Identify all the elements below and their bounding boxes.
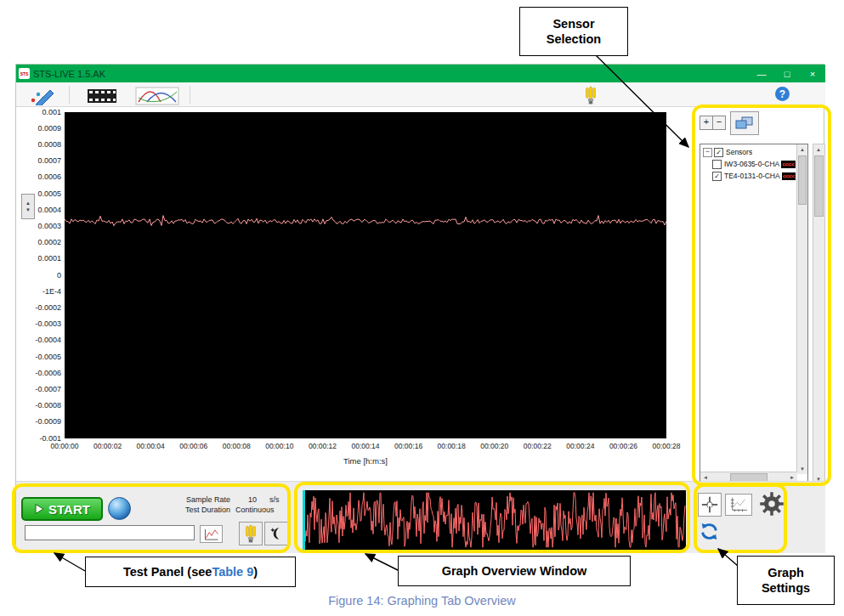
y-axis-tick: -0.0007 — [16, 385, 61, 394]
scroll-up-icon[interactable]: ▲ — [797, 144, 807, 155]
sensor-checkbox[interactable] — [712, 160, 722, 169]
callout-text: Graph — [768, 565, 804, 580]
callout-text: ) — [253, 564, 258, 579]
plot-properties-icon — [28, 87, 55, 105]
y-axis-tick: 0.0007 — [16, 156, 61, 166]
y-axis-tick: 0 — [16, 271, 61, 280]
signal-indicator-icon: <<<< — [782, 172, 796, 180]
night-mode-button[interactable] — [264, 522, 288, 545]
close-button[interactable]: × — [800, 65, 825, 82]
y-axis-tick: 0.0002 — [16, 238, 61, 247]
connection-globe-button[interactable] — [108, 497, 131, 520]
app-logo-icon: STS — [19, 68, 30, 79]
test-name-input[interactable] — [25, 525, 195, 540]
y-axis-tick: 0.001 — [16, 108, 61, 117]
axis-scale-button[interactable] — [725, 494, 752, 516]
tree-expander-icon[interactable]: − — [703, 148, 712, 157]
sensor-tree-row[interactable]: IW3-0635-0-CHA<<<< — [702, 159, 806, 169]
y-axis-tick: -0.0006 — [16, 369, 61, 378]
sensor-label: TE4-0131-0-CHA — [724, 172, 780, 180]
y-axis-tick: -0.0005 — [16, 353, 61, 362]
main-graph-plot-area[interactable] — [65, 112, 666, 438]
y-axis-tick: 0.0006 — [16, 172, 61, 182]
y-axis-tick: -0.0003 — [16, 319, 61, 329]
scrollbar-thumb[interactable] — [798, 155, 807, 205]
y-axis-tick: -0.0008 — [16, 401, 61, 410]
bottom-panel: START Sample Rate 10 s/s Test Duration C… — [16, 481, 825, 553]
remove-graph-button[interactable]: − — [712, 116, 726, 130]
play-icon — [34, 503, 45, 515]
graph-curves-icon — [135, 87, 179, 105]
graphing-tab-button[interactable] — [130, 85, 184, 106]
overview-arrow — [365, 554, 398, 570]
y-axis-pan-spinner[interactable]: ▲ ▼ — [21, 194, 35, 219]
scroll-up-icon[interactable]: ▲ — [813, 144, 824, 155]
toolbar-separator — [69, 86, 70, 104]
graph-settings-button[interactable] — [759, 491, 785, 520]
sensor-tree-rows: −✓SensorsIW3-0635-0-CHA<<<<✓TE4-0131-0-C… — [700, 144, 807, 182]
spinner-down-icon[interactable]: ▼ — [25, 206, 31, 213]
sample-rate-unit: s/s — [269, 495, 288, 504]
add-graph-button[interactable]: + — [700, 116, 713, 130]
test-panel-arrow — [54, 553, 85, 571]
sensor-label: IW3-0635-0-CHA — [724, 160, 779, 168]
scroll-down-icon[interactable]: ▼ — [797, 464, 807, 474]
y-axis-tick: 0.0001 — [16, 254, 61, 263]
graph-overview-window[interactable] — [303, 490, 686, 550]
sensor-tree-row[interactable]: ✓TE4-0131-0-CHA<<<< — [702, 171, 806, 181]
toolbar: ? — [16, 82, 825, 107]
signal-indicator-icon: <<<< — [781, 161, 795, 168]
callout-text: Test Panel (see — [123, 564, 212, 579]
table-9-link[interactable]: Table 9 — [212, 564, 253, 579]
refresh-graph-button[interactable] — [698, 520, 721, 546]
toolbar-bulb-button[interactable] — [579, 85, 603, 106]
crosshair-icon — [700, 495, 719, 514]
sensor-checkbox[interactable]: ✓ — [714, 148, 723, 157]
axis-scale-icon — [728, 496, 750, 513]
gear-icon — [759, 491, 785, 517]
main-graph-trace — [65, 112, 666, 438]
overview-cursor[interactable] — [303, 490, 305, 550]
test-panel-callout: Test Panel (see Table 9) — [85, 557, 296, 587]
y-axis-tick: -0.0009 — [16, 417, 61, 427]
start-button[interactable]: START — [21, 497, 103, 521]
plot-properties-button[interactable] — [23, 85, 60, 106]
overview-callout: Graph Overview Window — [398, 556, 631, 586]
mini-chart-icon — [203, 528, 220, 540]
callout-text: Sensor — [552, 16, 594, 31]
graph-export-button[interactable] — [200, 525, 223, 543]
spinner-up-icon[interactable]: ▲ — [25, 200, 31, 206]
test-duration-label: Test Duration — [166, 506, 235, 514]
y-axis-tick: -0.0002 — [16, 303, 61, 313]
panel-vertical-scrollbar[interactable]: ▲ ▼ — [813, 144, 825, 485]
scrollbar-thumb[interactable] — [814, 155, 824, 217]
tree-vertical-scrollbar[interactable]: ▲ ▼ — [796, 144, 807, 474]
figure-page: STS STS-LIVE 1.5.AK — □ × — [0, 0, 844, 616]
figure-caption: Figure 14: Graphing Tab Overview — [0, 594, 844, 608]
y-axis-tick: -0.0004 — [16, 336, 61, 345]
toolbar-separator — [190, 86, 190, 104]
test-duration-value: Continuous — [235, 506, 269, 514]
sensor-label: Sensors — [726, 148, 752, 156]
y-axis-tick: 0.0008 — [16, 140, 61, 150]
day-mode-button[interactable] — [239, 522, 263, 545]
cursor-tool-button[interactable] — [698, 493, 722, 517]
minimize-button[interactable]: — — [749, 65, 774, 82]
start-button-label: START — [48, 502, 90, 517]
sensor-checkbox[interactable]: ✓ — [712, 172, 722, 181]
sensor-scan-button[interactable] — [730, 111, 759, 135]
sensor-tree-row[interactable]: −✓Sensors — [702, 147, 806, 157]
refresh-icon — [698, 520, 721, 543]
maximize-button[interactable]: □ — [774, 65, 800, 82]
y-axis-tick: 0.0003 — [16, 222, 61, 231]
lightbulb-icon — [243, 524, 258, 544]
window-controls: — □ × — [749, 65, 825, 82]
sample-rate-value: 10 — [235, 495, 269, 504]
sequence-button[interactable] — [82, 85, 122, 106]
sensor-tree[interactable]: −✓SensorsIW3-0635-0-CHA<<<<✓TE4-0131-0-C… — [700, 144, 808, 483]
help-button[interactable]: ? — [775, 87, 790, 101]
sensor-selection-callout: Sensor Selection — [519, 7, 628, 56]
lightbulb-icon — [583, 86, 598, 105]
x-axis-tick: 00:00:28 — [641, 442, 692, 450]
test-info: Sample Rate 10 s/s Test Duration Continu… — [166, 495, 288, 514]
